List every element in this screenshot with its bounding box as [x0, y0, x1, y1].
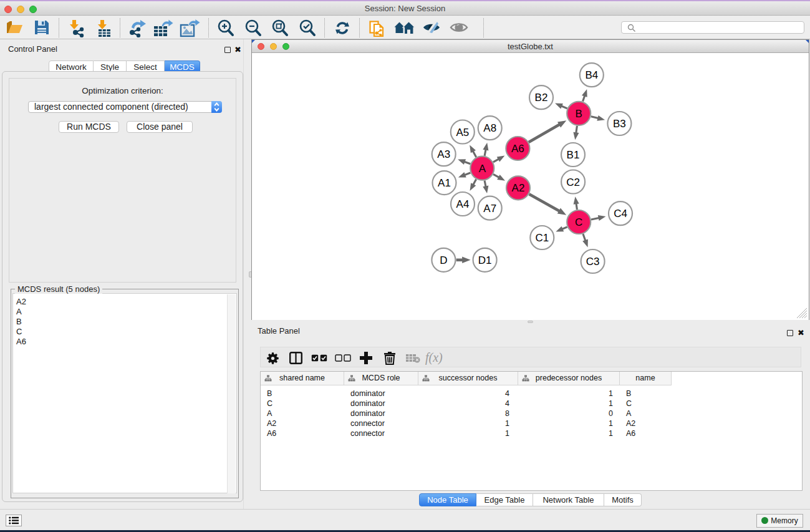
svg-text:B3: B3: [613, 118, 626, 130]
svg-text:A1: A1: [438, 177, 451, 189]
svg-text:D: D: [440, 254, 447, 266]
svg-text:C1: C1: [535, 232, 549, 244]
svg-text:A3: A3: [437, 148, 450, 160]
svg-text:B4: B4: [585, 69, 598, 81]
svg-text:B1: B1: [567, 149, 580, 161]
svg-text:B: B: [576, 108, 582, 120]
svg-text:B2: B2: [535, 92, 548, 104]
svg-text:A: A: [479, 163, 486, 175]
svg-text:A2: A2: [512, 182, 525, 194]
svg-text:C4: C4: [614, 208, 627, 220]
svg-text:A6: A6: [511, 143, 524, 155]
svg-text:C3: C3: [586, 256, 600, 268]
svg-text:A8: A8: [483, 122, 496, 134]
svg-text:C2: C2: [566, 177, 580, 188]
svg-text:A5: A5: [456, 127, 469, 138]
svg-text:A4: A4: [456, 198, 470, 210]
svg-text:A7: A7: [483, 203, 496, 215]
svg-text:D1: D1: [478, 254, 492, 266]
svg-text:C: C: [575, 216, 582, 228]
